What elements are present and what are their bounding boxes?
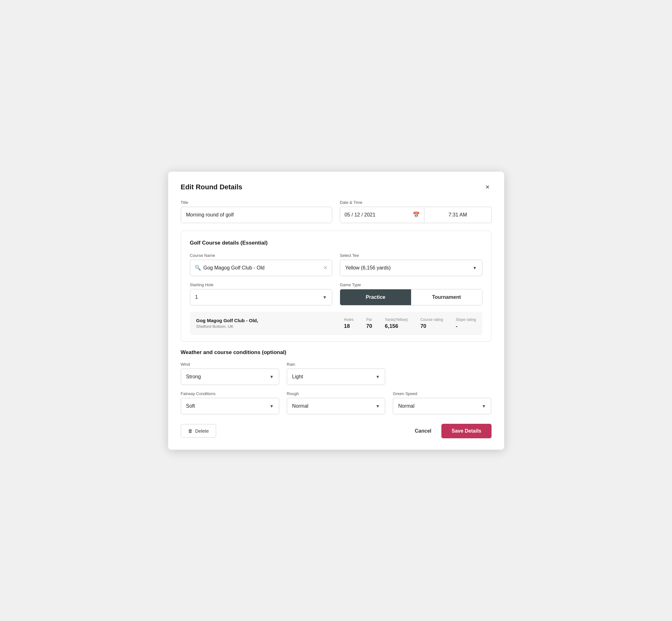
- time-input-wrapper[interactable]: 7:31 AM: [424, 207, 491, 223]
- course-tee-row: Course Name 🔍 ✕ Select Tee Yellow (6,156…: [190, 253, 482, 276]
- date-value: 05 / 12 / 2021: [344, 212, 411, 218]
- tournament-button[interactable]: Tournament: [411, 289, 482, 305]
- select-tee-value: Yellow (6,156 yards): [345, 265, 473, 271]
- green-speed-label: Green Speed: [393, 391, 491, 396]
- chevron-down-icon: ▼: [375, 374, 380, 379]
- starting-hole-dropdown[interactable]: 1 ▼: [190, 289, 333, 305]
- datetime-group: Date & Time 05 / 12 / 2021 📅 7:31 AM: [340, 200, 492, 223]
- course-info-name: Gog Magog Golf Club - Old,: [196, 318, 332, 323]
- course-rating-value: 70: [420, 323, 426, 329]
- course-rating-label: Course rating: [420, 318, 443, 322]
- fairway-label: Fairway Conditions: [181, 391, 279, 396]
- chevron-down-icon: ▼: [375, 404, 380, 409]
- game-type-col: Game Type Practice Tournament: [340, 282, 482, 305]
- green-speed-value: Normal: [398, 403, 481, 409]
- golf-course-section: Golf Course details (Essential) Course N…: [181, 231, 492, 342]
- course-name-input-wrapper[interactable]: 🔍 ✕: [190, 260, 333, 276]
- rain-col: Rain Light ▼: [287, 362, 385, 385]
- course-name-col: Course Name 🔍 ✕: [190, 253, 333, 276]
- fairway-col: Fairway Conditions Soft ▼: [181, 391, 279, 414]
- slope-rating-value: -: [456, 323, 458, 329]
- hole-gametype-row: Starting Hole 1 ▼ Game Type Practice Tou…: [190, 282, 482, 305]
- yards-value: 6,156: [385, 323, 398, 329]
- top-row: Title Date & Time 05 / 12 / 2021 📅 7:31 …: [181, 200, 492, 223]
- chevron-down-icon: ▼: [269, 404, 274, 409]
- calendar-icon: 📅: [413, 211, 420, 218]
- yards-label: Yards(Yellow): [385, 318, 408, 322]
- rough-dropdown[interactable]: Normal ▼: [287, 398, 385, 414]
- title-input[interactable]: [181, 207, 333, 223]
- game-type-toggle: Practice Tournament: [340, 289, 482, 305]
- practice-button[interactable]: Practice: [340, 289, 411, 305]
- footer-right: Cancel Save Details: [412, 424, 492, 438]
- course-info-location: Shelford Bottom, UK: [196, 324, 332, 329]
- wind-value: Strong: [186, 374, 269, 380]
- starting-hole-value: 1: [195, 294, 323, 300]
- slope-rating-label: Slope rating: [456, 318, 476, 322]
- rain-dropdown[interactable]: Light ▼: [287, 369, 385, 385]
- holes-label: Holes: [344, 318, 354, 322]
- wind-label: Wind: [181, 362, 279, 367]
- par-value: 70: [366, 323, 372, 329]
- chevron-down-icon: ▼: [269, 374, 274, 379]
- rough-value: Normal: [292, 403, 375, 409]
- starting-hole-label: Starting Hole: [190, 282, 333, 287]
- datetime-label: Date & Time: [340, 200, 492, 205]
- chevron-down-icon: ▼: [323, 295, 327, 300]
- holes-value: 18: [344, 323, 350, 329]
- par-label: Par: [366, 318, 372, 322]
- fairway-dropdown[interactable]: Soft ▼: [181, 398, 279, 414]
- course-info-box: Gog Magog Golf Club - Old, Shelford Bott…: [190, 312, 482, 335]
- cancel-button[interactable]: Cancel: [412, 424, 434, 438]
- weather-section: Weather and course conditions (optional)…: [181, 349, 492, 414]
- holes-stat: Holes 18: [344, 318, 354, 329]
- rough-label: Rough: [287, 391, 385, 396]
- close-button[interactable]: ×: [484, 183, 492, 191]
- edit-round-modal: Edit Round Details × Title Date & Time 0…: [168, 172, 504, 450]
- wind-col: Wind Strong ▼: [181, 362, 279, 385]
- modal-title: Edit Round Details: [181, 183, 243, 191]
- game-type-label: Game Type: [340, 282, 482, 287]
- wind-rain-row: Wind Strong ▼ Rain Light ▼: [181, 362, 492, 385]
- rain-label: Rain: [287, 362, 385, 367]
- fairway-value: Soft: [186, 403, 269, 409]
- modal-header: Edit Round Details ×: [181, 183, 492, 191]
- slope-rating-stat: Slope rating -: [456, 318, 476, 329]
- select-tee-dropdown[interactable]: Yellow (6,156 yards) ▼: [340, 260, 482, 276]
- wind-dropdown[interactable]: Strong ▼: [181, 369, 279, 385]
- par-stat: Par 70: [366, 318, 372, 329]
- title-group: Title: [181, 200, 333, 223]
- search-icon: 🔍: [195, 265, 201, 271]
- trash-icon: 🗑: [188, 428, 193, 433]
- footer-row: 🗑 Delete Cancel Save Details: [181, 421, 492, 438]
- starting-hole-col: Starting Hole 1 ▼: [190, 282, 333, 305]
- title-label: Title: [181, 200, 333, 205]
- yards-stat: Yards(Yellow) 6,156: [385, 318, 408, 329]
- course-name-input[interactable]: [204, 265, 321, 271]
- green-speed-dropdown[interactable]: Normal ▼: [393, 398, 491, 414]
- chevron-down-icon: ▼: [473, 265, 477, 271]
- course-rating-stat: Course rating 70: [420, 318, 443, 329]
- rain-value: Light: [292, 374, 375, 380]
- time-value: 7:31 AM: [449, 212, 467, 218]
- datetime-inputs: 05 / 12 / 2021 📅 7:31 AM: [340, 207, 492, 223]
- fairway-rough-green-row: Fairway Conditions Soft ▼ Rough Normal ▼…: [181, 391, 492, 414]
- golf-course-title: Golf Course details (Essential): [190, 240, 482, 246]
- delete-label: Delete: [195, 428, 209, 433]
- select-tee-col: Select Tee Yellow (6,156 yards) ▼: [340, 253, 482, 276]
- clear-icon[interactable]: ✕: [323, 265, 328, 271]
- rough-col: Rough Normal ▼: [287, 391, 385, 414]
- delete-button[interactable]: 🗑 Delete: [181, 424, 216, 438]
- course-name-label: Course Name: [190, 253, 333, 258]
- chevron-down-icon: ▼: [482, 404, 486, 409]
- course-info-name-group: Gog Magog Golf Club - Old, Shelford Bott…: [196, 318, 332, 329]
- save-button[interactable]: Save Details: [442, 424, 491, 438]
- select-tee-label: Select Tee: [340, 253, 482, 258]
- green-speed-col: Green Speed Normal ▼: [393, 391, 491, 414]
- date-input-wrapper[interactable]: 05 / 12 / 2021 📅: [340, 207, 424, 223]
- weather-section-title: Weather and course conditions (optional): [181, 349, 492, 356]
